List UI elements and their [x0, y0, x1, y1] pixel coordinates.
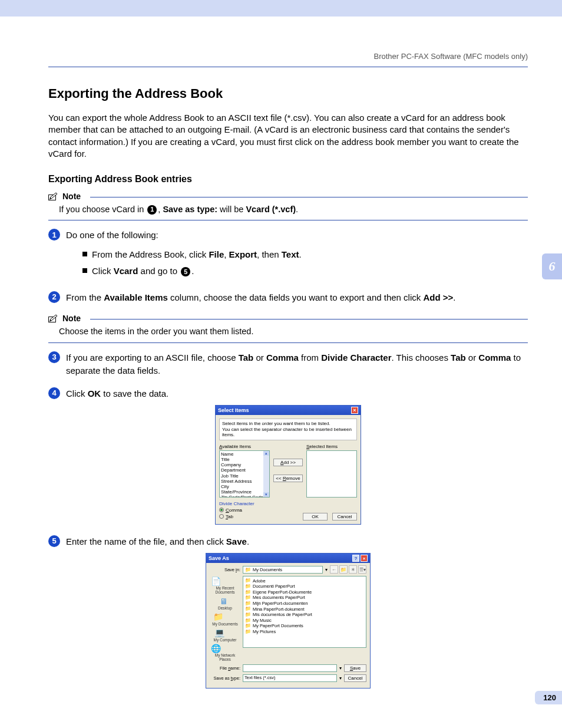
step-badge-2: 2 [48, 291, 60, 303]
step-3: 3 If you are exporting to an ASCII file,… [48, 351, 528, 378]
step-4: 4 Click OK to save the data. [48, 387, 528, 401]
step-5: 5 Enter the name of the file, and then c… [48, 535, 528, 549]
section-subtitle: Exporting Address Book entries [48, 174, 528, 185]
note-label: Note [62, 314, 81, 323]
radio-comma[interactable]: Comma [219, 508, 254, 513]
square-bullet-icon [82, 268, 87, 273]
divide-character-label: Divide Character [219, 501, 254, 506]
folder-icon: 📁 [245, 601, 251, 607]
saveastype-label: Save as type: [210, 676, 240, 681]
sidebar-item-mydocs[interactable]: 📁My Documents [212, 612, 237, 627]
folder-icon: 📁 [245, 629, 251, 635]
radio-tab[interactable]: Tab [219, 514, 254, 519]
folder-icon: 📁 [245, 567, 251, 572]
radio-icon [219, 514, 224, 519]
saveastype-select[interactable]: Text files (*.csv) [243, 674, 337, 682]
back-icon[interactable]: ← [330, 565, 338, 574]
save-in-select[interactable]: 📁My Documents [243, 566, 323, 574]
step-ref-5: 5 [181, 267, 190, 276]
doc-header: Brother PC-FAX Software (MFC models only… [48, 52, 528, 61]
step-2: 2 From the Available Items column, choos… [48, 291, 528, 305]
save-as-dialog: Save As ? × Save in: 📁My Documents ▾ ← 📁… [206, 553, 371, 689]
help-icon[interactable]: ? [352, 555, 359, 562]
selected-items-label: Selected Items [306, 444, 357, 449]
folder-icon: 📁 [245, 606, 251, 612]
folder-icon: 📁 [245, 612, 251, 618]
selected-items-list[interactable] [306, 450, 357, 498]
new-folder-icon[interactable]: ✳ [349, 565, 357, 574]
select-items-dialog: Select Items × Select items in the order… [215, 405, 361, 525]
step-1-sub-1: From the Address Book, click File, Expor… [82, 248, 528, 262]
folder-icon: 📁 [245, 578, 251, 584]
intro-paragraph: You can export the whole Address Book to… [48, 112, 528, 160]
pencil-icon [48, 314, 59, 323]
desktop-icon: 🖥 [218, 596, 230, 607]
chapter-tab: 6 [542, 253, 562, 279]
page-number: 120 [535, 691, 562, 704]
remove-button[interactable]: << Remove [273, 475, 303, 482]
folder-icon: 📁 [245, 618, 251, 624]
cancel-button[interactable]: Cancel [344, 674, 366, 682]
step-1-sub-2: Click Vcard and go to 5. [82, 265, 528, 278]
available-items-label: Available Items [219, 444, 270, 449]
folder-icon: 📁 [245, 589, 251, 595]
close-icon[interactable]: × [361, 555, 368, 562]
step-1: 1 Do one of the following: From the Addr… [48, 229, 528, 282]
folder-icon: 📁 [245, 584, 251, 589]
note-label: Note [62, 192, 81, 201]
top-bar [0, 0, 562, 17]
up-icon[interactable]: 📁 [339, 565, 348, 574]
dialog-titlebar: Save As ? × [206, 554, 370, 563]
places-sidebar: 📄My Recent Documents 🖥Desktop 📁My Docume… [210, 576, 240, 662]
square-bullet-icon [82, 252, 87, 256]
dialog-titlebar: Select Items × [216, 406, 361, 415]
note-block-1: Note If you choose vCard in 1, Save as t… [48, 192, 528, 220]
radio-icon [219, 508, 224, 512]
computer-icon: 💻 [213, 628, 225, 638]
note-rule [90, 319, 528, 319]
filename-input[interactable] [243, 664, 337, 672]
network-icon: 🌐 [210, 643, 222, 654]
step-ref-1: 1 [147, 205, 157, 215]
step-badge-4: 4 [48, 387, 60, 399]
save-button[interactable]: Save [344, 664, 366, 672]
close-icon[interactable]: × [351, 407, 358, 414]
folder-icon: 📁 [245, 595, 251, 601]
step-badge-5: 5 [48, 535, 60, 547]
folder-icon: 📁 [245, 623, 251, 629]
page-title: Exporting the Address Book [48, 86, 528, 101]
note-body-2: Choose the items in the order you want t… [48, 323, 528, 342]
step-badge-1: 1 [48, 229, 60, 241]
pencil-icon [48, 192, 59, 201]
ok-button[interactable]: OK [303, 513, 328, 521]
note-bottom-rule [48, 220, 528, 220]
sidebar-item-network[interactable]: 🌐My Network Places [210, 643, 240, 662]
folder-icon: 📁 [212, 612, 224, 622]
add-button[interactable]: Add >> [273, 459, 303, 466]
sidebar-item-desktop[interactable]: 🖥Desktop [218, 596, 232, 611]
sidebar-item-recent[interactable]: 📄My Recent Documents [210, 576, 240, 595]
sidebar-item-mycomp[interactable]: 💻My Computer [213, 628, 236, 643]
dialog-info: Select items in the order you want them … [219, 419, 357, 440]
save-in-label: Save in: [210, 567, 240, 572]
file-list[interactable]: 📁Adobe 📁Documenti PaperPort 📁Eigene Pape… [243, 576, 366, 648]
note-body-1: If you choose vCard in 1, Save as type: … [48, 201, 528, 220]
note-bottom-rule [48, 342, 528, 343]
note-rule [90, 197, 528, 197]
scrollbar[interactable] [263, 451, 269, 497]
views-icon[interactable]: ☰▾ [358, 565, 366, 574]
available-items-list[interactable]: Name Title Company Department Job Title … [219, 450, 270, 498]
recent-icon: 📄 [210, 576, 222, 587]
step-badge-3: 3 [48, 351, 60, 363]
cancel-button[interactable]: Cancel [332, 513, 357, 521]
header-rule [48, 67, 528, 67]
note-block-2: Note Choose the items in the order you w… [48, 314, 528, 342]
filename-label: File name: [210, 666, 240, 671]
